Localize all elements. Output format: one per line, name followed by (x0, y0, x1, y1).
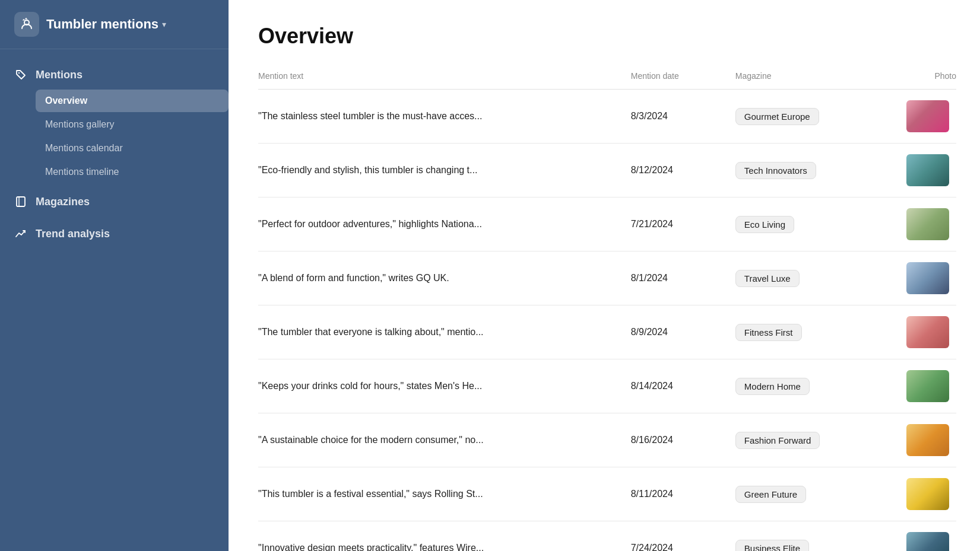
cell-magazine: Fashion Forward (735, 413, 906, 467)
cell-mention-text: "Eco-friendly and stylish, this tumbler … (258, 144, 631, 198)
table-row[interactable]: "Innovative design meets practicality," … (258, 521, 956, 552)
photo-thumbnail (906, 532, 949, 551)
trend-icon (14, 227, 27, 240)
cell-magazine: Business Elite (735, 521, 906, 552)
table-row[interactable]: "Perfect for outdoor adventures," highli… (258, 198, 956, 251)
page-title: Overview (258, 24, 956, 49)
cell-photo (906, 90, 956, 144)
magazine-badge: Eco Living (735, 216, 794, 233)
table-row[interactable]: "The tumbler that everyone is talking ab… (258, 305, 956, 359)
photo-thumbnail (906, 424, 949, 456)
overview-table: Mention text Mention date Magazine Photo… (258, 66, 956, 551)
table-row[interactable]: "A blend of form and function," writes G… (258, 251, 956, 305)
nav-section-trend: Trend analysis (0, 220, 229, 247)
table-row[interactable]: "Keeps your drinks cold for hours," stat… (258, 359, 956, 413)
cell-photo (906, 251, 956, 305)
cell-photo (906, 359, 956, 413)
photo-thumbnail (906, 154, 949, 186)
magazine-badge: Business Elite (735, 540, 809, 552)
cell-photo (906, 467, 956, 521)
magazine-badge: Modern Home (735, 378, 810, 395)
sidebar-item-mentions[interactable]: Mentions (0, 61, 229, 88)
table-row[interactable]: "A sustainable choice for the modern con… (258, 413, 956, 467)
cell-magazine: Travel Luxe (735, 251, 906, 305)
cell-photo (906, 413, 956, 467)
svg-rect-2 (17, 197, 25, 206)
sidebar-subitem-overview[interactable]: Overview (36, 90, 229, 112)
book-icon (14, 195, 27, 208)
cell-mention-date: 8/16/2024 (631, 413, 735, 467)
cell-mention-date: 8/1/2024 (631, 251, 735, 305)
cell-mention-date: 8/11/2024 (631, 467, 735, 521)
sidebar-subitem-timeline[interactable]: Mentions timeline (36, 161, 229, 183)
app-title: Tumbler mentions (46, 17, 158, 32)
photo-thumbnail (906, 316, 949, 348)
magazine-badge: Tech Innovators (735, 162, 816, 179)
cell-magazine: Green Future (735, 467, 906, 521)
sidebar-item-magazines[interactable]: Magazines (0, 188, 229, 215)
cell-mention-text: "Keeps your drinks cold for hours," stat… (258, 359, 631, 413)
cell-mention-date: 7/24/2024 (631, 521, 735, 552)
col-header-mention-text: Mention text (258, 66, 631, 90)
cell-mention-text: "A blend of form and function," writes G… (258, 251, 631, 305)
sidebar-item-mentions-label: Mentions (36, 69, 83, 81)
col-header-photo: Photo (906, 66, 956, 90)
tag-icon (14, 68, 27, 81)
table-row[interactable]: "This tumbler is a festival essential," … (258, 467, 956, 521)
table-row[interactable]: "Eco-friendly and stylish, this tumbler … (258, 144, 956, 198)
main-content: Overview Mention text Mention date Magaz… (229, 0, 980, 551)
svg-point-1 (18, 72, 20, 74)
app-header[interactable]: Tumbler mentions ▾ (0, 0, 229, 49)
cell-mention-text: "A sustainable choice for the modern con… (258, 413, 631, 467)
mentions-subitems: Overview Mentions gallery Mentions calen… (0, 90, 229, 183)
cell-mention-date: 8/9/2024 (631, 305, 735, 359)
nav-section-mentions: Mentions Overview Mentions gallery Menti… (0, 61, 229, 183)
cell-photo (906, 305, 956, 359)
photo-thumbnail (906, 262, 949, 294)
chevron-down-icon: ▾ (162, 20, 166, 29)
cell-mention-text: "Innovative design meets practicality," … (258, 521, 631, 552)
cell-mention-text: "The tumbler that everyone is talking ab… (258, 305, 631, 359)
photo-thumbnail (906, 208, 949, 240)
sidebar-subitem-calendar[interactable]: Mentions calendar (36, 137, 229, 160)
cell-mention-date: 8/12/2024 (631, 144, 735, 198)
sidebar-item-magazines-label: Magazines (36, 196, 90, 208)
cell-mention-text: "Perfect for outdoor adventures," highli… (258, 198, 631, 251)
cell-magazine: Eco Living (735, 198, 906, 251)
table-row[interactable]: "The stainless steel tumbler is the must… (258, 90, 956, 144)
magazine-badge: Green Future (735, 486, 806, 503)
photo-thumbnail (906, 370, 949, 402)
magazine-badge: Fashion Forward (735, 432, 820, 449)
table-body: "The stainless steel tumbler is the must… (258, 90, 956, 552)
app-icon (14, 12, 39, 37)
col-header-mention-date: Mention date (631, 66, 735, 90)
cell-mention-date: 7/21/2024 (631, 198, 735, 251)
magazine-badge: Fitness First (735, 324, 802, 341)
photo-thumbnail (906, 478, 949, 510)
nav-section-magazines: Magazines (0, 188, 229, 215)
cell-magazine: Fitness First (735, 305, 906, 359)
sidebar: Tumbler mentions ▾ Mentions Overview (0, 0, 229, 551)
cell-magazine: Modern Home (735, 359, 906, 413)
cell-mention-date: 8/14/2024 (631, 359, 735, 413)
photo-thumbnail (906, 100, 949, 132)
cell-magazine: Gourmet Europe (735, 90, 906, 144)
cell-mention-text: "The stainless steel tumbler is the must… (258, 90, 631, 144)
cell-photo (906, 144, 956, 198)
magazine-badge: Travel Luxe (735, 270, 800, 287)
cell-mention-text: "This tumbler is a festival essential," … (258, 467, 631, 521)
sidebar-item-trend[interactable]: Trend analysis (0, 220, 229, 247)
cell-photo (906, 198, 956, 251)
cell-mention-date: 8/3/2024 (631, 90, 735, 144)
sidebar-subitem-gallery[interactable]: Mentions gallery (36, 113, 229, 136)
cell-photo (906, 521, 956, 552)
app-title-wrap[interactable]: Tumbler mentions ▾ (46, 17, 166, 32)
magazine-badge: Gourmet Europe (735, 108, 819, 125)
col-header-magazine: Magazine (735, 66, 906, 90)
sidebar-item-trend-label: Trend analysis (36, 228, 110, 240)
sidebar-nav: Mentions Overview Mentions gallery Menti… (0, 49, 229, 551)
cell-magazine: Tech Innovators (735, 144, 906, 198)
